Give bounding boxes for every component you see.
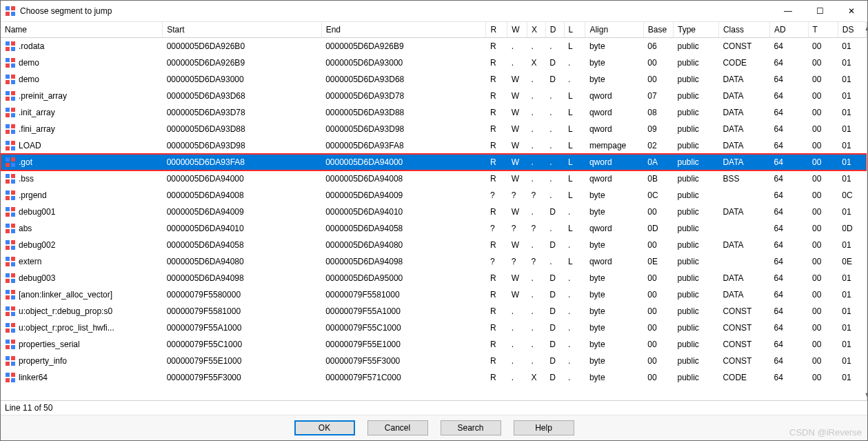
cell-x: . bbox=[527, 320, 546, 336]
vertical-scrollbar[interactable]: ▲ ▼ bbox=[867, 22, 867, 400]
table-row[interactable]: u:object_r:debug_prop:s000000079F5581000… bbox=[1, 303, 867, 320]
table-row[interactable]: .fini_array0000005D6DA93D880000005D6DA93… bbox=[1, 121, 867, 137]
cell-ds: 01 bbox=[838, 286, 866, 303]
svg-rect-80 bbox=[6, 356, 10, 360]
col-base[interactable]: Base bbox=[643, 22, 673, 38]
col-start[interactable]: Start bbox=[163, 22, 322, 38]
segment-icon bbox=[5, 273, 19, 284]
cell-class bbox=[718, 187, 769, 204]
table-row[interactable]: debug0020000005D6DA940580000005D6DA94080… bbox=[1, 237, 867, 253]
table-row[interactable]: [anon:linker_alloc_vector]00000079F55800… bbox=[1, 286, 867, 303]
cell-t: 00 bbox=[808, 154, 838, 170]
table-row[interactable]: demo0000005D6DA930000000005D6DA93D68RW.D… bbox=[1, 71, 867, 88]
svg-rect-21 bbox=[11, 108, 15, 112]
cell-start: 0000005D6DA94098 bbox=[163, 270, 322, 286]
cell-base: 08 bbox=[643, 104, 673, 121]
maximize-button[interactable]: ☐ bbox=[804, 1, 836, 21]
table-row[interactable]: linker6400000079F55F300000000079F571C000… bbox=[1, 369, 867, 386]
table-row[interactable]: extern0000005D6DA940800000005D6DA94098??… bbox=[1, 253, 867, 270]
status-bar: Line 11 of 50 bbox=[1, 400, 867, 415]
cell-ds: 01 bbox=[838, 55, 866, 71]
search-button[interactable]: Search bbox=[441, 420, 501, 435]
cell-name: demo bbox=[1, 55, 163, 71]
cell-base: 0C bbox=[643, 187, 673, 204]
cell-name: [anon:linker_alloc_vector] bbox=[1, 286, 163, 303]
cell-l: . bbox=[564, 320, 585, 336]
table-row[interactable]: debug0030000005D6DA940980000005D6DA95000… bbox=[1, 270, 867, 286]
col-l[interactable]: L bbox=[564, 22, 585, 38]
cell-type: public bbox=[674, 336, 719, 353]
cell-l: L bbox=[564, 154, 585, 170]
svg-rect-75 bbox=[11, 329, 15, 333]
col-name[interactable]: Name bbox=[1, 22, 163, 38]
svg-rect-18 bbox=[6, 97, 10, 101]
cell-type: public bbox=[674, 55, 719, 71]
table-row[interactable]: properties_serial00000079F55C10000000007… bbox=[1, 336, 867, 353]
table-row[interactable]: .prgend0000005D6DA940080000005D6DA94009?… bbox=[1, 187, 867, 204]
table-row[interactable]: LOAD0000005D6DA93D980000005D6DA93FA8RW..… bbox=[1, 137, 867, 154]
table-row[interactable]: abs0000005D6DA940100000005D6DA94058???.L… bbox=[1, 220, 867, 237]
cell-start: 00000079F55F3000 bbox=[163, 369, 322, 386]
col-r[interactable]: R bbox=[486, 22, 507, 38]
table-header[interactable]: Name Start End R W X D L Align Base Type… bbox=[1, 22, 867, 38]
table-row[interactable]: .preinit_array0000005D6DA93D680000005D6D… bbox=[1, 88, 867, 104]
cell-w: W bbox=[507, 137, 527, 154]
cell-name: .fini_array bbox=[1, 121, 163, 137]
cell-start: 0000005D6DA93D78 bbox=[163, 104, 322, 121]
svg-rect-0 bbox=[6, 6, 10, 10]
cell-end: 0000005D6DA94058 bbox=[321, 220, 486, 237]
cell-l: . bbox=[564, 286, 585, 303]
help-button[interactable]: Help bbox=[514, 420, 574, 435]
table-row[interactable]: debug0010000005D6DA940090000005D6DA94010… bbox=[1, 204, 867, 220]
col-type[interactable]: Type bbox=[674, 22, 719, 38]
table-row[interactable]: property_info00000079F55E100000000079F55… bbox=[1, 353, 867, 369]
col-align[interactable]: Align bbox=[585, 22, 643, 38]
cell-r: ? bbox=[486, 253, 507, 270]
cell-type: public bbox=[674, 104, 719, 121]
cell-start: 0000005D6DA94058 bbox=[163, 237, 322, 253]
col-d[interactable]: D bbox=[545, 22, 564, 38]
table-row[interactable]: .got0000005D6DA93FA80000005D6DA94000RW..… bbox=[1, 154, 867, 170]
cancel-button[interactable]: Cancel bbox=[367, 420, 428, 435]
cell-d: D bbox=[545, 369, 564, 386]
segment-icon bbox=[5, 206, 19, 217]
cell-end: 00000079F55F3000 bbox=[321, 353, 486, 369]
cell-t: 00 bbox=[808, 220, 838, 237]
close-button[interactable]: ✕ bbox=[836, 1, 867, 21]
table-row[interactable]: u:object_r:proc_list_hwfi...00000079F55A… bbox=[1, 320, 867, 336]
cell-type: public bbox=[674, 154, 719, 170]
segment-name-label: abs bbox=[19, 224, 32, 233]
col-w[interactable]: W bbox=[507, 22, 527, 38]
svg-rect-56 bbox=[6, 257, 10, 261]
svg-rect-14 bbox=[6, 80, 10, 84]
cell-type: public bbox=[674, 38, 719, 55]
cell-type: public bbox=[674, 303, 719, 320]
table-row[interactable]: .init_array0000005D6DA93D780000005D6DA93… bbox=[1, 104, 867, 121]
segments-table[interactable]: Name Start End R W X D L Align Base Type… bbox=[1, 22, 867, 386]
svg-rect-42 bbox=[6, 196, 10, 200]
watermark: CSDN @iReverse bbox=[789, 427, 862, 438]
cell-r: R bbox=[486, 303, 507, 320]
cell-type: public bbox=[674, 369, 719, 386]
cell-ad: 64 bbox=[769, 170, 808, 187]
table-row[interactable]: .bss0000005D6DA940000000005D6DA94008RW..… bbox=[1, 170, 867, 187]
cell-t: 00 bbox=[808, 237, 838, 253]
cell-type: public bbox=[674, 270, 719, 286]
minimize-button[interactable]: — bbox=[772, 1, 804, 21]
col-x[interactable]: X bbox=[527, 22, 546, 38]
segment-name-label: [anon:linker_alloc_vector] bbox=[19, 290, 112, 300]
cell-ad: 64 bbox=[769, 71, 808, 88]
table-row[interactable]: demo0000005D6DA926B90000005D6DA93000R.XD… bbox=[1, 55, 867, 71]
cell-align: byte bbox=[585, 38, 643, 55]
svg-rect-87 bbox=[11, 378, 15, 382]
col-ad[interactable]: AD bbox=[769, 22, 808, 38]
svg-rect-17 bbox=[11, 91, 15, 95]
ok-button[interactable]: OK bbox=[294, 420, 355, 435]
col-t[interactable]: T bbox=[808, 22, 838, 38]
col-end[interactable]: End bbox=[321, 22, 486, 38]
col-ds[interactable]: DS bbox=[838, 22, 866, 38]
col-class[interactable]: Class bbox=[718, 22, 769, 38]
table-row[interactable]: .rodata0000005D6DA926B00000005D6DA926B9R… bbox=[1, 38, 867, 55]
cell-r: R bbox=[486, 71, 507, 88]
window-title: Choose segment to jump bbox=[20, 6, 772, 16]
